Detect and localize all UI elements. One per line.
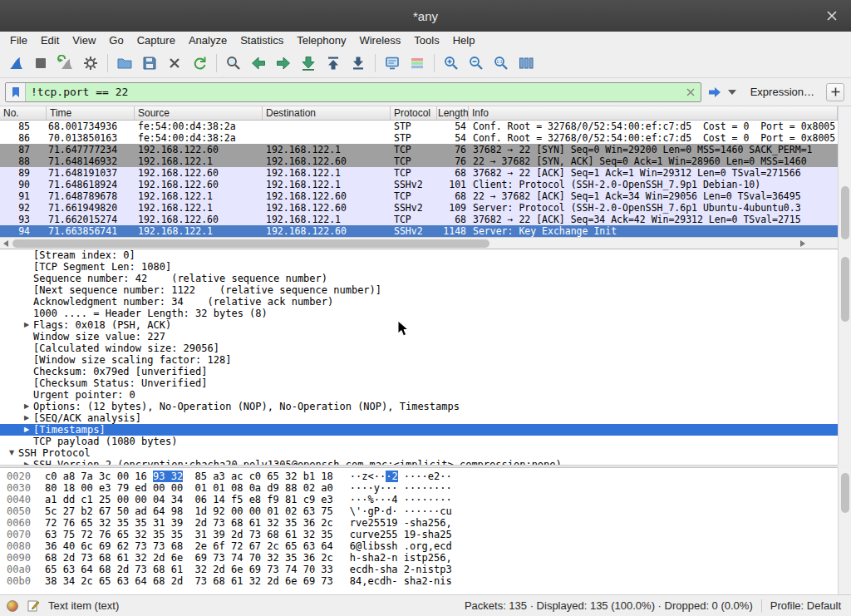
menu-item[interactable]: Analyze — [182, 32, 234, 48]
column-header-info[interactable]: Info — [469, 106, 838, 120]
column-header-source[interactable]: Source — [135, 106, 263, 120]
menu-item[interactable]: Capture — [130, 32, 182, 48]
detail-line[interactable]: [Checksum Status: Unverified] — [0, 377, 838, 389]
expander-icon[interactable] — [20, 273, 33, 284]
auto-scroll-button[interactable] — [380, 51, 405, 76]
hex-line[interactable]: 0070 63 75 72 76 65 32 35 35 31 39 2d 73… — [0, 529, 838, 540]
hex-line[interactable]: 00a0 65 63 64 68 2d 73 68 61 32 2d 6e 69… — [0, 564, 838, 575]
expander-icon[interactable] — [20, 284, 33, 296]
expander-icon[interactable] — [20, 436, 33, 447]
packet-row[interactable]: 89 71.648191037 192.168.122.60 192.168.1… — [0, 167, 838, 179]
expert-info-icon[interactable] — [7, 600, 18, 612]
hex-line[interactable]: 0020 c0 a8 7a 3c 00 16 93 32 85 a3 ac c0… — [0, 471, 838, 482]
detail-line[interactable]: Checksum: 0x79ed [unverified] — [0, 366, 838, 377]
column-header-time[interactable]: Time — [47, 106, 135, 120]
hex-line[interactable]: 00b0 38 34 2c 65 63 64 68 2d 73 68 61 32… — [0, 575, 838, 587]
expander-icon[interactable] — [20, 308, 33, 319]
capture-comment-icon[interactable] — [27, 599, 40, 613]
details-vscrollbar[interactable] — [838, 249, 851, 465]
detail-line[interactable]: [TCP Segment Len: 1080] — [0, 261, 838, 273]
save-file-button[interactable] — [137, 51, 162, 76]
expander-icon[interactable]: ▶ — [20, 319, 33, 331]
zoom-original-button[interactable]: 1:1 — [489, 51, 514, 76]
column-header-protocol[interactable]: Protocol — [391, 106, 437, 120]
packet-row[interactable]: 87 71.647777234 192.168.122.60 192.168.1… — [0, 144, 838, 155]
packet-row[interactable]: 85 68.001734936 fe:54:00:d4:38:2a STP 54… — [0, 121, 838, 132]
expander-icon[interactable]: ▶ — [20, 412, 33, 424]
close-button[interactable] — [821, 0, 843, 32]
hex-line[interactable]: 0080 36 40 6c 69 62 73 73 68 2e 6f 72 67… — [0, 540, 838, 552]
detail-line[interactable]: [Window size scaling factor: 128] — [0, 354, 838, 366]
expression-button[interactable]: Expression… — [750, 86, 814, 98]
menu-item[interactable]: Edit — [34, 32, 66, 48]
packet-row[interactable]: 93 71.662015274 192.168.122.60 192.168.1… — [0, 214, 838, 225]
hex-line[interactable]: 0040 a1 dd c1 25 00 00 04 34 06 14 f5 e8… — [0, 494, 838, 505]
hscroll-thumb[interactable] — [12, 239, 489, 248]
restart-capture-button[interactable] — [53, 51, 78, 76]
packet-list-hscrollbar[interactable] — [0, 237, 838, 249]
titlebar[interactable]: *any — [0, 0, 851, 32]
hex-line[interactable]: 0030 80 18 00 e3 79 ed 00 00 01 01 08 0a… — [0, 482, 838, 494]
display-filter-input[interactable] — [26, 83, 681, 101]
expander-icon[interactable] — [20, 366, 33, 377]
detail-line[interactable]: Sequence number: 42 (relative sequence n… — [0, 273, 838, 284]
expander-icon[interactable] — [20, 261, 33, 273]
menu-item[interactable]: View — [66, 32, 102, 48]
hex-line[interactable]: 0060 72 76 65 32 35 35 31 39 2d 73 68 61… — [0, 517, 838, 529]
menu-item[interactable]: Wireless — [352, 32, 407, 48]
expander-icon[interactable]: ▶ — [20, 424, 33, 436]
menu-item[interactable]: Help — [446, 32, 482, 48]
detail-line[interactable]: 1000 .... = Header Length: 32 bytes (8) — [0, 308, 838, 319]
capture-options-button[interactable] — [78, 51, 103, 76]
column-header-destination[interactable]: Destination — [263, 106, 391, 120]
go-forward-button[interactable] — [271, 51, 296, 76]
profile-status[interactable]: Profile: Default — [770, 599, 844, 612]
packet-row[interactable]: 86 70.013850163 fe:54:00:d4:38:2a STP 54… — [0, 132, 838, 144]
go-first-button[interactable] — [321, 51, 346, 76]
expander-icon[interactable] — [20, 377, 33, 389]
display-filter-field[interactable] — [5, 82, 701, 102]
detail-line[interactable]: ▶ SSH Version 2 (encryption:chacha20-pol… — [0, 459, 838, 465]
expander-icon[interactable]: ▼ — [5, 447, 18, 459]
column-header-no[interactable]: No. — [0, 106, 47, 120]
zoom-out-button[interactable] — [464, 51, 489, 76]
zoom-in-button[interactable] — [439, 51, 464, 76]
add-filter-button[interactable] — [826, 83, 844, 101]
vscroll-thumb[interactable] — [841, 257, 849, 322]
packet-row[interactable]: 90 71.648618924 192.168.122.60 192.168.1… — [0, 179, 838, 190]
detail-line[interactable]: [Calculated window size: 29056] — [0, 342, 838, 354]
packet-row[interactable]: 88 71.648146932 192.168.122.1 192.168.12… — [0, 155, 838, 167]
expander-icon[interactable] — [20, 249, 33, 261]
filter-bookmark-button[interactable] — [6, 83, 26, 101]
detail-line[interactable]: ▶ [SEQ/ACK analysis] — [0, 412, 838, 424]
hex-vscrollbar[interactable] — [838, 468, 851, 594]
filter-clear-button[interactable] — [681, 83, 701, 101]
reload-button[interactable] — [187, 51, 212, 76]
detail-line[interactable]: Window size value: 227 — [0, 331, 838, 342]
detail-line[interactable]: ▼ SSH Protocol — [0, 447, 838, 459]
menu-item[interactable]: Tools — [407, 32, 445, 48]
menu-item[interactable]: Telephony — [290, 32, 352, 48]
detail-line[interactable]: Urgent pointer: 0 — [0, 389, 838, 401]
open-file-button[interactable] — [112, 51, 137, 76]
expander-icon[interactable] — [20, 342, 33, 354]
menu-item[interactable]: File — [3, 32, 34, 48]
scroll-left-arrow-icon[interactable] — [1, 239, 11, 249]
expander-icon[interactable] — [20, 296, 33, 308]
expander-icon[interactable] — [20, 354, 33, 366]
filter-history-button[interactable] — [726, 82, 739, 102]
expander-icon[interactable]: ▶ — [20, 401, 33, 412]
packet-list-vscrollbar[interactable] — [838, 106, 851, 249]
detail-line[interactable]: ▶ Options: (12 bytes), No-Operation (NOP… — [0, 401, 838, 412]
column-header-length[interactable]: Length — [437, 106, 469, 120]
filter-apply-button[interactable] — [704, 82, 726, 102]
go-back-button[interactable] — [246, 51, 271, 76]
close-file-button[interactable] — [162, 51, 187, 76]
vscroll-thumb[interactable] — [841, 186, 849, 239]
vscroll-thumb[interactable] — [841, 473, 849, 513]
detail-line[interactable]: TCP payload (1080 bytes) — [0, 436, 838, 447]
expander-icon[interactable] — [20, 331, 33, 342]
packet-row[interactable]: 92 71.661949820 192.168.122.1 192.168.12… — [0, 202, 838, 214]
resize-columns-button[interactable] — [514, 51, 539, 76]
detail-line[interactable]: Acknowledgment number: 34 (relative ack … — [0, 296, 838, 308]
